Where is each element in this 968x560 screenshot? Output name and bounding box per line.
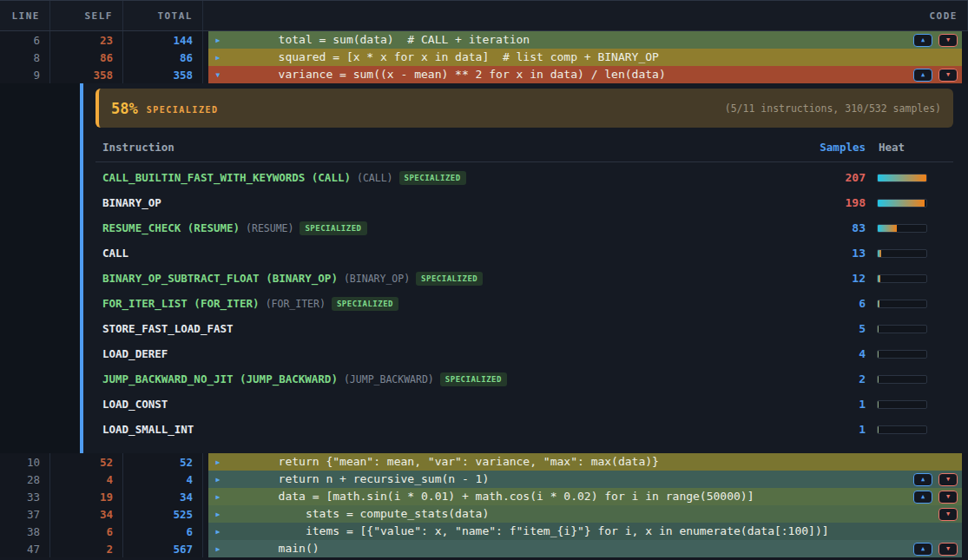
profiler-window: LINE SELF TOTAL CODE 6 23 144 ▶ total = … — [0, 0, 968, 557]
jump-down-button[interactable]: ▼ — [938, 543, 958, 556]
code-line[interactable]: ▶ squared = [x * x for x in data] # list… — [208, 49, 962, 66]
jump-down-button[interactable]: ▼ — [938, 34, 958, 47]
instruction-row: JUMP_BACKWARD_NO_JIT (JUMP_BACKWARD) (JU… — [95, 366, 953, 392]
expand-arrow-icon[interactable]: ▶ — [212, 458, 224, 466]
code-rows-bottom: 10 52 52 ▶ return {"mean": mean, "var": … — [0, 453, 968, 557]
jump-down-button[interactable]: ▼ — [938, 473, 958, 486]
total-samples: 6 — [123, 523, 203, 540]
code-table-row: 37 34 525 ▶ stats = compute_stats(data) … — [0, 505, 968, 523]
instruction-name-group: LOAD_SMALL_INT — [102, 423, 805, 436]
header-instruction: Instruction — [102, 141, 805, 154]
heat-bar-fill — [878, 275, 880, 282]
heat-bar — [877, 174, 927, 182]
column-header-self[interactable]: SELF — [50, 1, 123, 30]
instruction-sample-count: 1 — [805, 423, 866, 436]
jump-down-button[interactable]: ▼ — [938, 491, 958, 504]
instruction-sample-count: 5 — [805, 322, 866, 335]
jump-up-button[interactable]: ▲ — [913, 69, 932, 82]
instruction-sample-count: 13 — [805, 247, 866, 260]
code-table-row: 47 2 567 ▶ main() ▲ ▼ — [0, 540, 968, 557]
total-samples: 567 — [123, 540, 203, 557]
column-header-line[interactable]: LINE — [0, 1, 50, 30]
instruction-row: LOAD_CONST 1 — [95, 392, 953, 417]
instruction-name: STORE_FAST_LOAD_FAST — [102, 322, 234, 335]
instruction-row: STORE_FAST_LOAD_FAST 5 — [95, 316, 953, 341]
code-table-row: 38 6 6 ▶ items = [{"value": x, "name": f… — [0, 523, 968, 540]
line-number: 10 — [0, 453, 50, 471]
code-table-header: LINE SELF TOTAL CODE — [0, 0, 968, 31]
expand-arrow-icon[interactable]: ▶ — [212, 54, 224, 62]
instruction-name-group: RESUME_CHECK (RESUME) (RESUME) SPECIALIZ… — [102, 221, 805, 235]
total-samples: 52 — [123, 453, 203, 471]
expand-arrow-icon[interactable]: ▶ — [212, 36, 224, 44]
instruction-name: BINARY_OP — [102, 196, 161, 209]
instruction-name: LOAD_CONST — [102, 398, 168, 411]
expand-arrow-icon[interactable]: ▼ — [212, 71, 224, 79]
expand-arrow-icon[interactable]: ▶ — [212, 493, 224, 501]
code-line[interactable]: ▶ items = [{"value": x, "name": f"item_{… — [208, 523, 962, 540]
expand-arrow-icon[interactable]: ▶ — [212, 528, 224, 536]
line-number: 28 — [0, 471, 50, 488]
heat-bar — [877, 249, 927, 258]
instruction-row: BINARY_OP_SUBTRACT_FLOAT (BINARY_OP) (BI… — [95, 266, 953, 291]
instruction-name-group: LOAD_DEREF — [102, 347, 805, 360]
total-samples: 358 — [123, 66, 203, 83]
heat-bar — [877, 375, 927, 384]
self-samples: 358 — [50, 66, 123, 83]
instruction-row: CALL_BUILTIN_FAST_WITH_KEYWORDS (CALL) (… — [95, 165, 953, 190]
instruction-sample-count: 4 — [805, 347, 866, 360]
header-samples[interactable]: Samples — [805, 141, 866, 154]
self-samples: 4 — [50, 471, 123, 488]
heat-bar — [877, 300, 927, 308]
code-table-row: 33 19 34 ▶ data = [math.sin(i * 0.01) + … — [0, 488, 968, 505]
jump-down-button[interactable]: ▼ — [938, 69, 958, 82]
column-header-code: CODE — [203, 1, 968, 30]
panel-left-gutter — [0, 83, 80, 453]
jump-down-button[interactable]: ▼ — [938, 508, 958, 521]
expand-arrow-icon[interactable]: ▶ — [212, 511, 224, 518]
jump-up-button[interactable]: ▲ — [913, 473, 932, 486]
source-code-text: squared = [x * x for x in data] # list c… — [224, 49, 962, 66]
heat-bar — [877, 199, 927, 208]
code-table-row: 6 23 144 ▶ total = sum(data) # CALL + it… — [0, 31, 968, 49]
heat-bar-fill — [878, 376, 879, 383]
column-header-total[interactable]: TOTAL — [123, 1, 203, 30]
code-line[interactable]: ▶ total = sum(data) # CALL + iteration ▲… — [208, 31, 962, 49]
total-samples: 86 — [123, 49, 203, 66]
heat-bar — [877, 224, 927, 233]
source-code-text: stats = compute_stats(data) — [224, 505, 938, 523]
code-line[interactable]: ▶ data = [math.sin(i * 0.01) + math.cos(… — [208, 488, 962, 505]
instruction-name-group: CALL — [102, 247, 805, 260]
jump-buttons: ▲ ▼ — [913, 543, 958, 556]
heat-bar — [877, 350, 927, 359]
instruction-base-opcode: (FOR_ITER) — [266, 298, 326, 310]
instruction-sample-count: 207 — [805, 171, 866, 184]
instruction-row: BINARY_OP 198 — [95, 190, 953, 215]
source-code-text: total = sum(data) # CALL + iteration — [224, 31, 913, 49]
instruction-base-opcode: (CALL) — [357, 172, 393, 184]
code-line[interactable]: ▶ main() ▲ ▼ — [208, 540, 962, 557]
expand-arrow-icon[interactable]: ▶ — [212, 476, 224, 484]
expand-arrow-icon[interactable]: ▶ — [212, 545, 224, 553]
jump-up-button[interactable]: ▲ — [913, 543, 932, 556]
instruction-sample-count: 1 — [805, 398, 866, 411]
instruction-name-group: JUMP_BACKWARD_NO_JIT (JUMP_BACKWARD) (JU… — [102, 372, 805, 386]
code-line[interactable]: ▶ return n + recursive_sum(n - 1) ▲ ▼ — [208, 471, 962, 488]
heat-bar-fill — [878, 225, 897, 232]
jump-up-button[interactable]: ▲ — [913, 34, 932, 47]
instruction-row: RESUME_CHECK (RESUME) (RESUME) SPECIALIZ… — [95, 215, 953, 240]
code-line[interactable]: ▶ return {"mean": mean, "var": variance,… — [208, 453, 962, 471]
code-line[interactable]: ▼ variance = sum((x - mean) ** 2 for x i… — [208, 66, 962, 83]
specialized-label: SPECIALIZED — [147, 102, 219, 115]
source-code-text: variance = sum((x - mean) ** 2 for x in … — [224, 66, 913, 83]
total-samples: 144 — [123, 31, 203, 49]
jump-up-button[interactable]: ▲ — [913, 491, 932, 504]
heat-bar — [877, 425, 927, 434]
total-samples: 525 — [123, 505, 203, 523]
code-line[interactable]: ▶ stats = compute_stats(data) ▼ — [208, 505, 962, 523]
instruction-name-group: STORE_FAST_LOAD_FAST — [102, 322, 805, 335]
instruction-rows: CALL_BUILTIN_FAST_WITH_KEYWORDS (CALL) (… — [95, 165, 953, 442]
instruction-base-opcode: (BINARY_OP) — [344, 273, 410, 285]
heat-bar-fill — [878, 250, 881, 257]
instruction-name: LOAD_SMALL_INT — [102, 423, 194, 436]
